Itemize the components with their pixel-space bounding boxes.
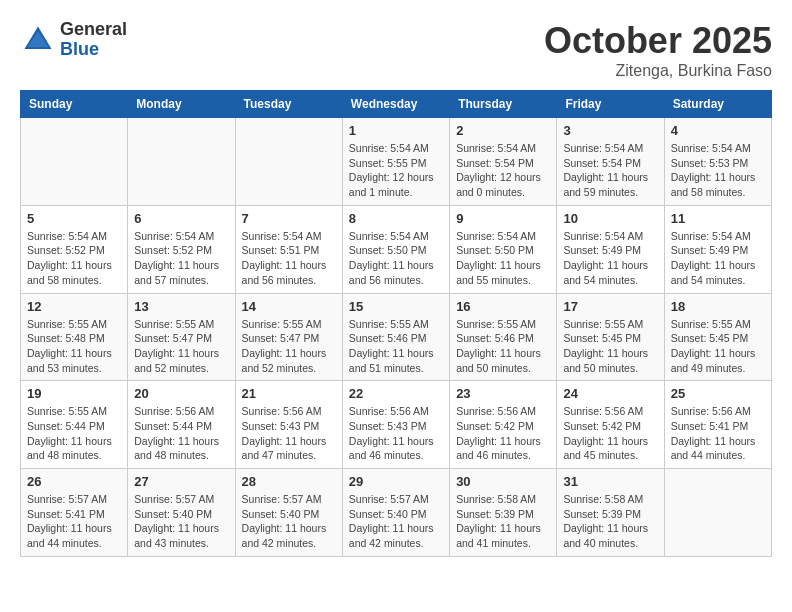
calendar-cell: 19Sunrise: 5:55 AMSunset: 5:44 PMDayligh… bbox=[21, 381, 128, 469]
weekday-header-monday: Monday bbox=[128, 91, 235, 118]
calendar-cell: 25Sunrise: 5:56 AMSunset: 5:41 PMDayligh… bbox=[664, 381, 771, 469]
day-info: Sunrise: 5:57 AMSunset: 5:41 PMDaylight:… bbox=[27, 492, 121, 551]
day-info: Sunrise: 5:55 AMSunset: 5:45 PMDaylight:… bbox=[671, 317, 765, 376]
day-number: 13 bbox=[134, 299, 228, 314]
calendar-cell: 11Sunrise: 5:54 AMSunset: 5:49 PMDayligh… bbox=[664, 205, 771, 293]
day-number: 8 bbox=[349, 211, 443, 226]
calendar-cell: 15Sunrise: 5:55 AMSunset: 5:46 PMDayligh… bbox=[342, 293, 449, 381]
day-info: Sunrise: 5:56 AMSunset: 5:42 PMDaylight:… bbox=[456, 404, 550, 463]
calendar-cell: 12Sunrise: 5:55 AMSunset: 5:48 PMDayligh… bbox=[21, 293, 128, 381]
calendar-cell: 9Sunrise: 5:54 AMSunset: 5:50 PMDaylight… bbox=[450, 205, 557, 293]
calendar-cell: 30Sunrise: 5:58 AMSunset: 5:39 PMDayligh… bbox=[450, 469, 557, 557]
day-number: 25 bbox=[671, 386, 765, 401]
page-header: General Blue October 2025 Zitenga, Burki… bbox=[20, 20, 772, 80]
day-info: Sunrise: 5:54 AMSunset: 5:49 PMDaylight:… bbox=[671, 229, 765, 288]
calendar-header: SundayMondayTuesdayWednesdayThursdayFrid… bbox=[21, 91, 772, 118]
day-info: Sunrise: 5:54 AMSunset: 5:50 PMDaylight:… bbox=[349, 229, 443, 288]
day-info: Sunrise: 5:57 AMSunset: 5:40 PMDaylight:… bbox=[242, 492, 336, 551]
calendar-cell: 28Sunrise: 5:57 AMSunset: 5:40 PMDayligh… bbox=[235, 469, 342, 557]
logo-text: General Blue bbox=[60, 20, 127, 60]
calendar-cell bbox=[21, 118, 128, 206]
day-number: 22 bbox=[349, 386, 443, 401]
day-info: Sunrise: 5:55 AMSunset: 5:47 PMDaylight:… bbox=[134, 317, 228, 376]
day-number: 24 bbox=[563, 386, 657, 401]
calendar-cell: 13Sunrise: 5:55 AMSunset: 5:47 PMDayligh… bbox=[128, 293, 235, 381]
calendar-table: SundayMondayTuesdayWednesdayThursdayFrid… bbox=[20, 90, 772, 557]
day-info: Sunrise: 5:56 AMSunset: 5:41 PMDaylight:… bbox=[671, 404, 765, 463]
day-number: 11 bbox=[671, 211, 765, 226]
day-number: 29 bbox=[349, 474, 443, 489]
calendar-cell: 21Sunrise: 5:56 AMSunset: 5:43 PMDayligh… bbox=[235, 381, 342, 469]
calendar-week-3: 19Sunrise: 5:55 AMSunset: 5:44 PMDayligh… bbox=[21, 381, 772, 469]
day-number: 7 bbox=[242, 211, 336, 226]
day-number: 23 bbox=[456, 386, 550, 401]
day-number: 28 bbox=[242, 474, 336, 489]
day-info: Sunrise: 5:54 AMSunset: 5:49 PMDaylight:… bbox=[563, 229, 657, 288]
day-info: Sunrise: 5:54 AMSunset: 5:54 PMDaylight:… bbox=[456, 141, 550, 200]
calendar-cell bbox=[664, 469, 771, 557]
calendar-cell bbox=[128, 118, 235, 206]
day-info: Sunrise: 5:55 AMSunset: 5:47 PMDaylight:… bbox=[242, 317, 336, 376]
calendar-week-2: 12Sunrise: 5:55 AMSunset: 5:48 PMDayligh… bbox=[21, 293, 772, 381]
day-number: 18 bbox=[671, 299, 765, 314]
calendar-cell: 5Sunrise: 5:54 AMSunset: 5:52 PMDaylight… bbox=[21, 205, 128, 293]
day-info: Sunrise: 5:57 AMSunset: 5:40 PMDaylight:… bbox=[134, 492, 228, 551]
calendar-cell: 6Sunrise: 5:54 AMSunset: 5:52 PMDaylight… bbox=[128, 205, 235, 293]
calendar-cell: 3Sunrise: 5:54 AMSunset: 5:54 PMDaylight… bbox=[557, 118, 664, 206]
calendar-cell bbox=[235, 118, 342, 206]
day-info: Sunrise: 5:56 AMSunset: 5:44 PMDaylight:… bbox=[134, 404, 228, 463]
day-info: Sunrise: 5:54 AMSunset: 5:54 PMDaylight:… bbox=[563, 141, 657, 200]
calendar-cell: 18Sunrise: 5:55 AMSunset: 5:45 PMDayligh… bbox=[664, 293, 771, 381]
weekday-header-friday: Friday bbox=[557, 91, 664, 118]
day-number: 12 bbox=[27, 299, 121, 314]
calendar-cell: 4Sunrise: 5:54 AMSunset: 5:53 PMDaylight… bbox=[664, 118, 771, 206]
day-number: 30 bbox=[456, 474, 550, 489]
logo-general-text: General bbox=[60, 20, 127, 40]
title-block: October 2025 Zitenga, Burkina Faso bbox=[544, 20, 772, 80]
day-info: Sunrise: 5:58 AMSunset: 5:39 PMDaylight:… bbox=[563, 492, 657, 551]
weekday-header-thursday: Thursday bbox=[450, 91, 557, 118]
day-info: Sunrise: 5:55 AMSunset: 5:44 PMDaylight:… bbox=[27, 404, 121, 463]
weekday-header-wednesday: Wednesday bbox=[342, 91, 449, 118]
logo-icon bbox=[20, 22, 56, 58]
calendar-cell: 2Sunrise: 5:54 AMSunset: 5:54 PMDaylight… bbox=[450, 118, 557, 206]
calendar-cell: 8Sunrise: 5:54 AMSunset: 5:50 PMDaylight… bbox=[342, 205, 449, 293]
day-number: 1 bbox=[349, 123, 443, 138]
day-number: 17 bbox=[563, 299, 657, 314]
day-number: 27 bbox=[134, 474, 228, 489]
logo: General Blue bbox=[20, 20, 127, 60]
calendar-body: 1Sunrise: 5:54 AMSunset: 5:55 PMDaylight… bbox=[21, 118, 772, 557]
calendar-cell: 27Sunrise: 5:57 AMSunset: 5:40 PMDayligh… bbox=[128, 469, 235, 557]
day-info: Sunrise: 5:54 AMSunset: 5:55 PMDaylight:… bbox=[349, 141, 443, 200]
calendar-week-4: 26Sunrise: 5:57 AMSunset: 5:41 PMDayligh… bbox=[21, 469, 772, 557]
calendar-cell: 10Sunrise: 5:54 AMSunset: 5:49 PMDayligh… bbox=[557, 205, 664, 293]
day-info: Sunrise: 5:56 AMSunset: 5:42 PMDaylight:… bbox=[563, 404, 657, 463]
day-number: 15 bbox=[349, 299, 443, 314]
day-number: 3 bbox=[563, 123, 657, 138]
day-info: Sunrise: 5:54 AMSunset: 5:50 PMDaylight:… bbox=[456, 229, 550, 288]
calendar-cell: 29Sunrise: 5:57 AMSunset: 5:40 PMDayligh… bbox=[342, 469, 449, 557]
day-info: Sunrise: 5:54 AMSunset: 5:51 PMDaylight:… bbox=[242, 229, 336, 288]
day-number: 5 bbox=[27, 211, 121, 226]
day-info: Sunrise: 5:54 AMSunset: 5:52 PMDaylight:… bbox=[134, 229, 228, 288]
calendar-cell: 1Sunrise: 5:54 AMSunset: 5:55 PMDaylight… bbox=[342, 118, 449, 206]
day-number: 6 bbox=[134, 211, 228, 226]
logo-blue-text: Blue bbox=[60, 40, 127, 60]
day-number: 10 bbox=[563, 211, 657, 226]
calendar-week-1: 5Sunrise: 5:54 AMSunset: 5:52 PMDaylight… bbox=[21, 205, 772, 293]
day-number: 26 bbox=[27, 474, 121, 489]
day-info: Sunrise: 5:55 AMSunset: 5:46 PMDaylight:… bbox=[349, 317, 443, 376]
day-number: 4 bbox=[671, 123, 765, 138]
day-info: Sunrise: 5:55 AMSunset: 5:46 PMDaylight:… bbox=[456, 317, 550, 376]
day-number: 31 bbox=[563, 474, 657, 489]
page-subtitle: Zitenga, Burkina Faso bbox=[544, 62, 772, 80]
day-info: Sunrise: 5:54 AMSunset: 5:52 PMDaylight:… bbox=[27, 229, 121, 288]
day-number: 14 bbox=[242, 299, 336, 314]
day-number: 19 bbox=[27, 386, 121, 401]
day-number: 2 bbox=[456, 123, 550, 138]
day-number: 9 bbox=[456, 211, 550, 226]
page-title: October 2025 bbox=[544, 20, 772, 62]
day-info: Sunrise: 5:57 AMSunset: 5:40 PMDaylight:… bbox=[349, 492, 443, 551]
calendar-cell: 22Sunrise: 5:56 AMSunset: 5:43 PMDayligh… bbox=[342, 381, 449, 469]
weekday-header-sunday: Sunday bbox=[21, 91, 128, 118]
